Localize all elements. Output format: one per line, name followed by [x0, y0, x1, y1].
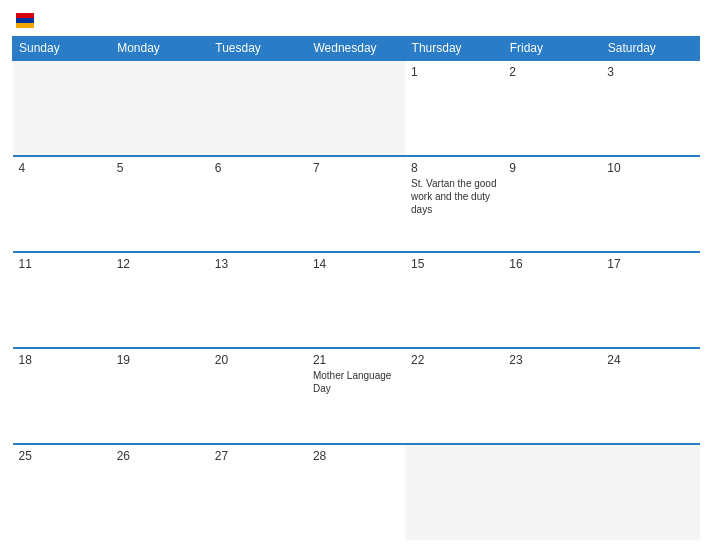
- day-number-2: 2: [509, 65, 595, 79]
- calendar-cell-1: 1: [405, 60, 503, 156]
- calendar-cell-empty: [13, 60, 111, 156]
- day-number-17: 17: [607, 257, 693, 271]
- calendar-cell-empty: [601, 444, 699, 540]
- event-text-21: Mother Language Day: [313, 369, 399, 395]
- calendar-week-4: 18192021Mother Language Day222324: [13, 348, 700, 444]
- event-text-8: St. Vartan the good work and the duty da…: [411, 177, 497, 216]
- calendar-cell-8: 8St. Vartan the good work and the duty d…: [405, 156, 503, 252]
- weekday-header-friday: Friday: [503, 37, 601, 61]
- day-number-24: 24: [607, 353, 693, 367]
- day-number-22: 22: [411, 353, 497, 367]
- calendar-cell-26: 26: [111, 444, 209, 540]
- day-number-13: 13: [215, 257, 301, 271]
- calendar-cell-12: 12: [111, 252, 209, 348]
- calendar-cell-20: 20: [209, 348, 307, 444]
- calendar-cell-13: 13: [209, 252, 307, 348]
- calendar-header: [12, 10, 700, 32]
- calendar-cell-18: 18: [13, 348, 111, 444]
- day-number-16: 16: [509, 257, 595, 271]
- day-number-8: 8: [411, 161, 497, 175]
- svg-rect-0: [16, 13, 34, 18]
- calendar-week-5: 25262728: [13, 444, 700, 540]
- day-number-9: 9: [509, 161, 595, 175]
- day-number-14: 14: [313, 257, 399, 271]
- calendar-cell-22: 22: [405, 348, 503, 444]
- svg-rect-1: [16, 18, 34, 23]
- calendar-cell-21: 21Mother Language Day: [307, 348, 405, 444]
- calendar-week-1: 123: [13, 60, 700, 156]
- weekday-header-monday: Monday: [111, 37, 209, 61]
- calendar-table: SundayMondayTuesdayWednesdayThursdayFrid…: [12, 36, 700, 540]
- calendar-cell-3: 3: [601, 60, 699, 156]
- calendar-cell-14: 14: [307, 252, 405, 348]
- day-number-21: 21: [313, 353, 399, 367]
- calendar-cell-27: 27: [209, 444, 307, 540]
- calendar-cell-19: 19: [111, 348, 209, 444]
- calendar-cell-11: 11: [13, 252, 111, 348]
- calendar-week-2: 45678St. Vartan the good work and the du…: [13, 156, 700, 252]
- day-number-19: 19: [117, 353, 203, 367]
- logo: [12, 10, 36, 32]
- calendar-cell-empty: [405, 444, 503, 540]
- calendar-cell-28: 28: [307, 444, 405, 540]
- day-number-4: 4: [19, 161, 105, 175]
- calendar-cell-23: 23: [503, 348, 601, 444]
- day-number-11: 11: [19, 257, 105, 271]
- day-number-3: 3: [607, 65, 693, 79]
- calendar-cell-5: 5: [111, 156, 209, 252]
- calendar-header-row: SundayMondayTuesdayWednesdayThursdayFrid…: [13, 37, 700, 61]
- calendar-cell-24: 24: [601, 348, 699, 444]
- day-number-18: 18: [19, 353, 105, 367]
- day-number-28: 28: [313, 449, 399, 463]
- calendar-cell-10: 10: [601, 156, 699, 252]
- weekday-header-tuesday: Tuesday: [209, 37, 307, 61]
- day-number-5: 5: [117, 161, 203, 175]
- day-number-25: 25: [19, 449, 105, 463]
- calendar-cell-17: 17: [601, 252, 699, 348]
- calendar-cell-empty: [209, 60, 307, 156]
- day-number-6: 6: [215, 161, 301, 175]
- day-number-15: 15: [411, 257, 497, 271]
- calendar-body: 12345678St. Vartan the good work and the…: [13, 60, 700, 540]
- calendar-cell-empty: [503, 444, 601, 540]
- calendar-cell-2: 2: [503, 60, 601, 156]
- weekday-header-wednesday: Wednesday: [307, 37, 405, 61]
- calendar-page: SundayMondayTuesdayWednesdayThursdayFrid…: [0, 0, 712, 550]
- day-number-7: 7: [313, 161, 399, 175]
- calendar-cell-15: 15: [405, 252, 503, 348]
- day-number-10: 10: [607, 161, 693, 175]
- calendar-cell-7: 7: [307, 156, 405, 252]
- calendar-cell-empty: [307, 60, 405, 156]
- calendar-cell-9: 9: [503, 156, 601, 252]
- logo-flag-icon: [14, 10, 36, 32]
- day-number-20: 20: [215, 353, 301, 367]
- calendar-cell-4: 4: [13, 156, 111, 252]
- svg-rect-2: [16, 23, 34, 28]
- day-number-12: 12: [117, 257, 203, 271]
- weekday-header-sunday: Sunday: [13, 37, 111, 61]
- day-number-1: 1: [411, 65, 497, 79]
- calendar-cell-25: 25: [13, 444, 111, 540]
- calendar-cell-6: 6: [209, 156, 307, 252]
- day-number-23: 23: [509, 353, 595, 367]
- weekday-header-saturday: Saturday: [601, 37, 699, 61]
- day-number-27: 27: [215, 449, 301, 463]
- day-number-26: 26: [117, 449, 203, 463]
- calendar-week-3: 11121314151617: [13, 252, 700, 348]
- calendar-cell-16: 16: [503, 252, 601, 348]
- calendar-cell-empty: [111, 60, 209, 156]
- weekday-header-thursday: Thursday: [405, 37, 503, 61]
